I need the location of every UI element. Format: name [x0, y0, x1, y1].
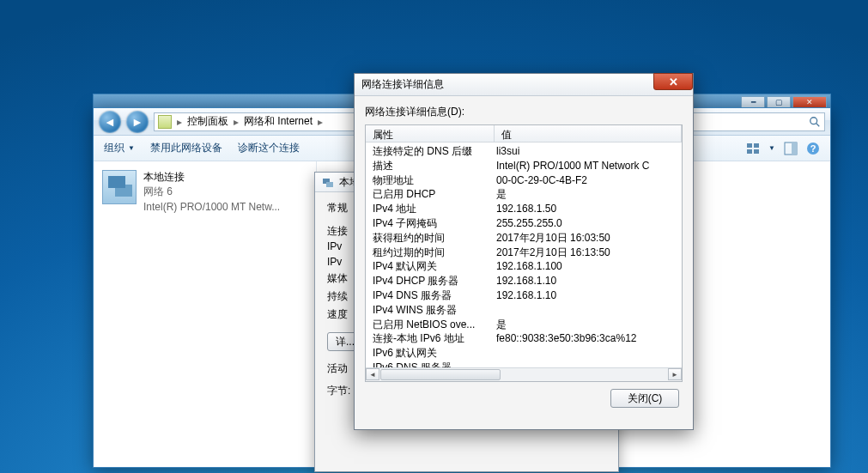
- details-titlebar: 网络连接详细信息 ✕: [355, 74, 693, 96]
- prop-value: Intel(R) PRO/1000 MT Network C: [495, 159, 682, 173]
- network-adapter-icon: [102, 170, 137, 204]
- svg-rect-7: [792, 143, 797, 155]
- details-row: IPv6 DNS 服务器: [366, 361, 682, 367]
- breadcrumb-item[interactable]: 控制面板: [187, 114, 228, 129]
- diagnose-label: 诊断这个连接: [238, 141, 300, 155]
- prop-name: 连接特定的 DNS 后缀: [366, 144, 495, 159]
- close-button[interactable]: ✕: [653, 73, 693, 90]
- svg-rect-2: [747, 143, 752, 148]
- horizontal-scrollbar[interactable]: ◄ ►: [366, 367, 682, 381]
- scroll-left-button[interactable]: ◄: [366, 368, 379, 380]
- prop-name: 已启用 NetBIOS ove...: [366, 318, 495, 332]
- minimize-button[interactable]: ━: [741, 96, 765, 108]
- prop-value: 00-0C-29-0C-4B-F2: [495, 173, 682, 188]
- svg-rect-3: [754, 143, 759, 148]
- details-listview: 属性 值 连接特定的 DNS 后缀li3sui描述Intel(R) PRO/10…: [365, 124, 683, 382]
- details-row: 已启用 DHCP是: [366, 187, 682, 202]
- prop-name: IPv4 地址: [366, 202, 495, 216]
- prop-value: 192.168.1.10: [495, 288, 682, 303]
- connection-adapter: Intel(R) PRO/1000 MT Netw...: [143, 200, 280, 215]
- details-row: 连接-本地 IPv6 地址fe80::9038:3e50:3b96:3ca%12: [366, 331, 682, 346]
- maximize-button[interactable]: ▢: [767, 96, 791, 108]
- preview-pane-icon[interactable]: [784, 142, 798, 155]
- svg-rect-4: [747, 149, 752, 154]
- svg-line-1: [816, 123, 820, 126]
- prop-name: IPv4 DHCP 服务器: [366, 274, 495, 288]
- control-panel-icon: [158, 115, 172, 129]
- chevron-down-icon: ▼: [128, 144, 135, 152]
- details-subtitle: 网络连接详细信息(D):: [365, 105, 683, 119]
- prop-name: 已启用 DHCP: [366, 187, 495, 202]
- scroll-right-button[interactable]: ►: [668, 368, 682, 380]
- prop-name: 获得租约的时间: [366, 231, 495, 246]
- disable-label: 禁用此网络设备: [150, 141, 222, 155]
- close-button[interactable]: 关闭(C): [610, 389, 679, 408]
- scroll-thumb[interactable]: [380, 369, 501, 380]
- prop-value: 2017年2月10日 16:03:50: [495, 231, 682, 246]
- svg-rect-5: [754, 149, 759, 154]
- back-button[interactable]: ◄: [99, 111, 121, 133]
- connection-list: 本地连接 网络 6 Intel(R) PRO/1000 MT Netw...: [94, 161, 317, 467]
- svg-rect-11: [326, 182, 333, 187]
- prop-name: 物理地址: [366, 173, 495, 188]
- details-row: 连接特定的 DNS 后缀li3sui: [366, 144, 682, 159]
- details-title-text: 网络连接详细信息: [361, 77, 444, 92]
- prop-name: IPv4 默认网关: [366, 259, 495, 274]
- help-icon[interactable]: ?: [806, 142, 820, 155]
- connection-text: 本地连接 网络 6 Intel(R) PRO/1000 MT Netw...: [143, 170, 280, 215]
- breadcrumb-separator: ▸: [314, 116, 326, 128]
- svg-point-0: [810, 117, 817, 124]
- details-row: 物理地址00-0C-29-0C-4B-F2: [366, 173, 682, 188]
- details-row: IPv4 默认网关192.168.1.100: [366, 259, 682, 274]
- prop-value: 192.168.1.50: [495, 202, 682, 216]
- prop-value: 2017年2月10日 16:13:50: [495, 246, 682, 260]
- forward-button[interactable]: ►: [126, 111, 149, 133]
- network-details-dialog: 网络连接详细信息 ✕ 网络连接详细信息(D): 属性 值 连接特定的 DNS 后…: [354, 73, 694, 430]
- organize-menu[interactable]: 组织 ▼: [104, 141, 135, 155]
- svg-text:?: ?: [810, 143, 816, 154]
- prop-name: 描述: [366, 159, 495, 173]
- breadcrumb-separator: ▸: [230, 116, 242, 128]
- prop-value: 是: [495, 318, 682, 332]
- connection-network: 网络 6: [143, 185, 280, 199]
- prop-name: IPv6 DNS 服务器: [366, 361, 495, 367]
- prop-name: IPv6 默认网关: [366, 346, 495, 361]
- details-row: 已启用 NetBIOS ove...是: [366, 318, 682, 332]
- diagnose-button[interactable]: 诊断这个连接: [238, 141, 300, 155]
- details-row: IPv6 默认网关: [366, 346, 682, 361]
- breadcrumb-item[interactable]: 网络和 Internet: [244, 114, 313, 129]
- network-icon: [322, 176, 334, 188]
- details-row: IPv4 DHCP 服务器192.168.1.10: [366, 274, 682, 288]
- organize-label: 组织: [104, 141, 124, 155]
- disable-device-button[interactable]: 禁用此网络设备: [150, 141, 222, 155]
- column-value[interactable]: 值: [495, 125, 682, 142]
- column-property[interactable]: 属性: [366, 125, 495, 142]
- prop-value: 192.168.1.10: [495, 274, 682, 288]
- close-button[interactable]: ✕: [792, 96, 827, 108]
- view-icon[interactable]: [746, 142, 760, 155]
- details-row: IPv4 地址192.168.1.50: [366, 202, 682, 216]
- search-icon: [809, 116, 821, 128]
- details-row: IPv4 子网掩码255.255.255.0: [366, 216, 682, 231]
- connection-item[interactable]: 本地连接 网络 6 Intel(R) PRO/1000 MT Netw...: [99, 167, 311, 218]
- prop-value: 是: [495, 187, 682, 202]
- prop-name: 连接-本地 IPv6 地址: [366, 331, 495, 346]
- details-row: IPv4 WINS 服务器: [366, 303, 682, 318]
- details-row: 描述Intel(R) PRO/1000 MT Network C: [366, 159, 682, 173]
- connection-name: 本地连接: [143, 170, 280, 185]
- prop-value: fe80::9038:3e50:3b96:3ca%12: [495, 331, 682, 346]
- details-row: IPv4 DNS 服务器192.168.1.10: [366, 288, 682, 303]
- prop-value: [495, 303, 682, 318]
- prop-name: IPv4 DNS 服务器: [366, 288, 495, 303]
- details-row: 租约过期的时间2017年2月10日 16:13:50: [366, 246, 682, 260]
- prop-value: li3sui: [495, 144, 682, 159]
- prop-value: [495, 361, 682, 367]
- details-header: 属性 值: [366, 125, 682, 143]
- prop-value: 255.255.255.0: [495, 216, 682, 231]
- details-row: 获得租约的时间2017年2月10日 16:03:50: [366, 231, 682, 246]
- prop-name: 租约过期的时间: [366, 246, 495, 260]
- prop-value: 192.168.1.100: [495, 259, 682, 274]
- breadcrumb-separator: ▸: [173, 116, 185, 128]
- prop-name: IPv4 子网掩码: [366, 216, 495, 231]
- chevron-down-icon[interactable]: ▼: [768, 144, 775, 152]
